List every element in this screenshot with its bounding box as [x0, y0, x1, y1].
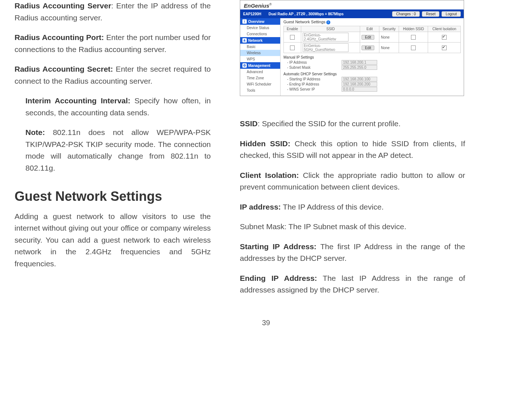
brand-bar: EnGenius® [240, 0, 464, 9]
end-para: Ending IP Address: The last IP Address i… [240, 272, 465, 296]
sidebar-item-basic[interactable]: Basic [240, 44, 280, 50]
sidebar-section-management[interactable]: ⚙Management [240, 62, 280, 69]
radius-port-para: Radius Accounting Port: Enter the port n… [15, 32, 211, 55]
panel-title: Guest Network Settings [283, 20, 326, 24]
radius-server-label: Radius Accounting Server [15, 1, 111, 10]
hidden-para: Hidden SSID: Check this option to hide S… [240, 138, 465, 162]
info-icon: i [242, 19, 247, 24]
th-enable: Enable [284, 26, 301, 32]
sidebar-section-network[interactable]: ⋔Network [240, 37, 280, 44]
isolation-checkbox[interactable] [442, 35, 447, 40]
network-icon: ⋔ [242, 38, 247, 43]
brand-reg: ® [269, 3, 272, 6]
isolation-para: Client Isolation: Click the appropriate … [240, 170, 465, 193]
sidebar-item-device-status[interactable]: Device Status [240, 25, 280, 31]
blue-bar: EAP1200H Dual Radio AP , 2T2R , 300Mbps … [240, 9, 464, 18]
ssid-label: SSID [240, 119, 258, 128]
isolation-checkbox[interactable] [442, 45, 447, 50]
start-para: Starting IP Address: The first IP Addres… [240, 241, 465, 264]
radius-secret-para: Radius Accounting Secret: Enter the secr… [15, 63, 211, 87]
hidden-checkbox[interactable] [411, 35, 416, 40]
ssid-input[interactable]: EnGenius-2.4GHz_GuestNetw [303, 33, 348, 41]
ip-label: IP address: [240, 203, 281, 211]
th-hidden: Hidden SSID [399, 26, 428, 32]
ssid-para: SSID: Specified the SSID for the current… [240, 118, 465, 130]
table-row: EnGenius-5GHz_GuestNetwo Edit None [284, 43, 461, 53]
interim-para: Interim Accounting Interval: Specify how… [25, 95, 211, 119]
mask-input[interactable]: 255.255.255.0 [342, 65, 377, 70]
help-icon[interactable]: ? [326, 20, 330, 24]
ssid-table: Enable SSID Edit Security Hidden SSID Cl… [283, 26, 461, 53]
mask-para: Subnet Mask: The IP Subnet mask of this … [240, 221, 465, 233]
radius-port-label: Radius Accounting Port: [15, 33, 104, 41]
sidebar-item-tools[interactable]: Tools [240, 87, 280, 93]
ssid-input[interactable]: EnGenius-5GHz_GuestNetwo [303, 43, 348, 52]
reset-button[interactable]: Reset [422, 11, 439, 17]
gear-icon: ⚙ [242, 63, 247, 68]
security-value: None [379, 43, 399, 53]
ip-key: - IP Address [283, 60, 342, 64]
note-text: 802.11n does not allow WEP/WPA-PSK TKIP/… [25, 128, 211, 172]
guest-intro: Adding a guest network to allow visitors… [15, 211, 211, 270]
note-label: Note: [25, 128, 45, 136]
th-edit: Edit [360, 26, 379, 32]
enable-checkbox[interactable] [290, 35, 295, 40]
sidebar: iOverview Device Status Connections ⋔Net… [240, 18, 281, 96]
ip-text: The IP Address of this device. [281, 203, 384, 211]
start-label: Starting IP Address: [240, 242, 317, 251]
note-para: Note: 802.11n does not allow WEP/WPA-PSK… [25, 127, 211, 174]
th-isolation: Client Isolation [428, 26, 461, 32]
sidebar-item-timezone[interactable]: Time Zone [240, 75, 280, 81]
table-header-row: Enable SSID Edit Security Hidden SSID Cl… [284, 26, 461, 32]
sidebar-item-scheduler[interactable]: WiFi Scheduler [240, 81, 280, 87]
mode-label: Dual Radio AP , 2T2R , 300Mbps + 867Mbps [269, 12, 343, 16]
start-input[interactable]: 192.168.200.100 [342, 77, 377, 81]
edit-button[interactable]: Edit [362, 35, 374, 40]
interim-label: Interim Accounting Interval: [25, 96, 130, 105]
left-column: Radius Accounting Server: Enter the IP a… [15, 0, 211, 304]
radius-server-para: Radius Accounting Server: Enter the IP a… [15, 0, 211, 24]
security-value: None [379, 32, 399, 43]
main-panel: Guest Network Settings? Enable SSID Edit… [281, 18, 464, 96]
ssid-text: : Specified the SSID for the current pro… [258, 119, 400, 128]
th-ssid: SSID [301, 26, 360, 32]
end-label: Ending IP Address: [240, 274, 317, 282]
model-label: EAP1200H [243, 12, 261, 16]
page-number: 39 [0, 319, 532, 327]
end-input[interactable]: 192.168.200.200 [342, 82, 377, 87]
isolation-label: Client Isolation: [240, 171, 299, 179]
ip-para: IP address: The IP Address of this devic… [240, 201, 465, 213]
start-key: - Starting IP Address [283, 77, 342, 81]
brand-name: EnGenius [244, 3, 269, 9]
sidebar-label-overview: Overview [248, 20, 264, 24]
sidebar-section-overview[interactable]: iOverview [240, 18, 280, 25]
changes-button[interactable]: Changes : 0 [392, 11, 420, 17]
mask-key: - Subnet Mask [283, 65, 342, 69]
wins-key: - WINS Server IP [283, 87, 342, 91]
dhcp-heading: Automatic DHCP Server Settings [283, 72, 461, 76]
sidebar-item-wps[interactable]: WPS [240, 56, 280, 62]
radius-secret-label: Radius Accounting Secret: [15, 65, 113, 73]
logout-button[interactable]: Logout [442, 11, 461, 17]
wins-input[interactable]: 0.0.0.0 [342, 87, 377, 92]
guest-heading: Guest Network Settings [15, 189, 211, 204]
sidebar-item-advanced[interactable]: Advanced [240, 69, 280, 75]
end-key: - Ending IP Address [283, 82, 342, 86]
sidebar-item-wireless[interactable]: Wireless [240, 50, 280, 56]
sidebar-label-network: Network [248, 39, 262, 43]
right-column: EnGenius® EAP1200H Dual Radio AP , 2T2R … [240, 0, 465, 304]
table-row: EnGenius-2.4GHz_GuestNetw Edit None [284, 32, 461, 43]
sidebar-item-connections[interactable]: Connections [240, 31, 280, 37]
manual-ip-heading: Manual IP Settings [283, 55, 461, 59]
hidden-label: Hidden SSID: [240, 139, 290, 148]
ip-input[interactable]: 192.168.200.1 [342, 60, 377, 65]
edit-button[interactable]: Edit [362, 45, 374, 50]
th-security: Security [379, 26, 399, 32]
hidden-checkbox[interactable] [411, 45, 416, 50]
enable-checkbox[interactable] [290, 45, 295, 50]
ui-screenshot: EnGenius® EAP1200H Dual Radio AP , 2T2R … [240, 0, 464, 96]
sidebar-label-management: Management [248, 64, 270, 68]
